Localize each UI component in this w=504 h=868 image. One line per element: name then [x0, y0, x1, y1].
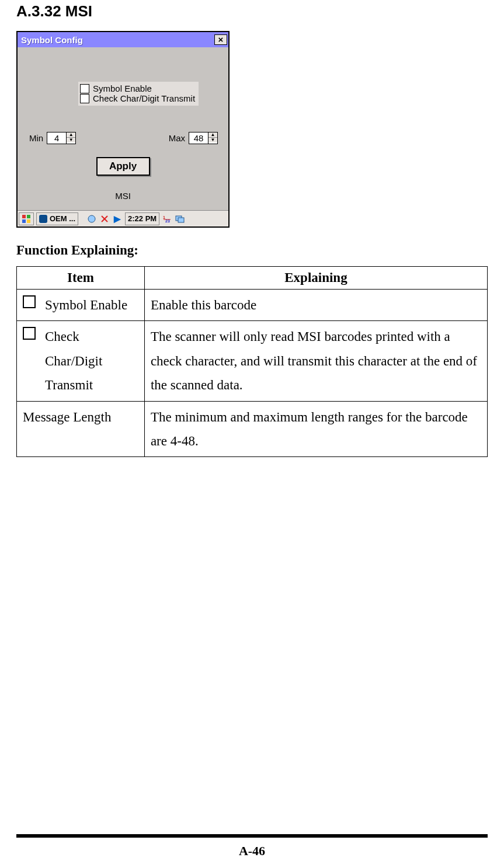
ce-taskbar: OEM ... ▶ 2:22 PM 1 23 [18, 210, 228, 226]
checkbox-group: Symbol Enable Check Char/Digit Transmit [78, 82, 199, 106]
table-row: Message Length The minimum and maximum l… [17, 401, 488, 457]
start-button[interactable] [19, 212, 34, 225]
min-max-row: Min 4 ▲ ▼ Max 48 ▲ ▼ [26, 132, 221, 144]
page-number: A-46 [0, 843, 504, 859]
symbol-enable-checkbox[interactable] [80, 84, 89, 93]
function-table: Item Explaining Symbol Enable Enable thi… [16, 266, 488, 457]
status-tray-icon[interactable]: ▶ [112, 214, 123, 224]
table-row: Symbol Enable Enable this barcode [17, 290, 488, 321]
row-explain-text: Enable this barcode [151, 298, 256, 312]
svg-rect-3 [27, 219, 30, 223]
oem-app-icon [39, 215, 47, 223]
function-explaining-heading: Function Explaining: [16, 243, 488, 258]
svg-rect-1 [27, 215, 30, 218]
row-item-label: Check Char/Digit Transmit [45, 325, 138, 397]
min-value: 4 [47, 133, 66, 144]
row-item-label: Symbol Enable [45, 293, 127, 317]
sip-tray-icon[interactable]: 1 23 [162, 214, 172, 224]
row-explain-text: The scanner will only read MSI barcodes … [151, 329, 477, 392]
row-item-label: Message Length [23, 410, 111, 424]
table-header-item: Item [17, 267, 145, 290]
network-tray-icon[interactable] [86, 214, 97, 224]
row-checkbox-icon [23, 327, 36, 340]
max-spinner[interactable]: 48 ▲ ▼ [189, 132, 218, 144]
taskbar-oem-label: OEM ... [50, 214, 75, 223]
windows-logo-icon [22, 214, 31, 224]
svg-rect-0 [22, 215, 26, 218]
symbol-enable-label: Symbol Enable [93, 83, 152, 93]
row-explain-text: The minimum and maximum length ranges fo… [151, 410, 468, 448]
max-label: Max [169, 133, 185, 143]
apply-button[interactable]: Apply [96, 157, 150, 176]
min-down-icon[interactable]: ▼ [67, 138, 75, 142]
symbol-enable-row: Symbol Enable [80, 83, 195, 93]
taskbar-clock[interactable]: 2:22 PM [125, 212, 159, 225]
dialog-titlebar: Symbol Config × [18, 32, 228, 47]
row-checkbox-icon [23, 295, 36, 308]
check-char-row: Check Char/Digit Transmit [80, 93, 195, 103]
footer-rule [16, 834, 488, 838]
min-label: Min [29, 133, 43, 143]
max-value: 48 [189, 133, 208, 144]
dialog-title: Symbol Config [21, 35, 83, 45]
desktop-tray-icon[interactable] [175, 214, 185, 224]
check-char-label: Check Char/Digit Transmit [93, 93, 195, 103]
max-down-icon[interactable]: ▼ [208, 138, 217, 142]
svg-rect-2 [22, 219, 26, 223]
symbol-config-screenshot: Symbol Config × Symbol Enable Check Char… [16, 31, 230, 228]
sync-tray-icon[interactable] [99, 215, 110, 223]
taskbar-oem-button[interactable]: OEM ... [36, 212, 78, 225]
mode-name-label: MSI [25, 191, 221, 201]
section-heading: A.3.32 MSI [16, 2, 488, 20]
min-spinner[interactable]: 4 ▲ ▼ [47, 132, 76, 144]
svg-point-4 [88, 215, 95, 222]
table-row: Check Char/Digit Transmit The scanner wi… [17, 321, 488, 401]
dialog-body: Symbol Enable Check Char/Digit Transmit … [18, 47, 228, 210]
close-icon[interactable]: × [214, 34, 227, 45]
check-char-checkbox[interactable] [80, 94, 89, 103]
svg-rect-11 [178, 218, 184, 222]
table-header-explaining: Explaining [144, 267, 487, 290]
